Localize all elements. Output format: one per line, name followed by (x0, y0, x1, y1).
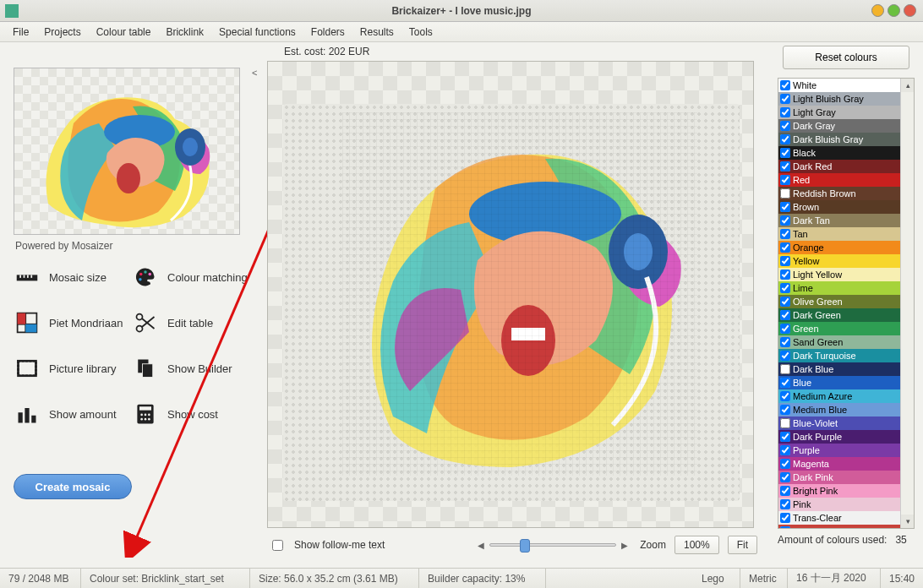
colour-checkbox[interactable] (780, 175, 790, 185)
colour-brown[interactable]: Brown (778, 200, 900, 214)
colour-medium-azure[interactable]: Medium Azure (778, 389, 900, 403)
colour-checkbox[interactable] (780, 351, 790, 361)
colour-black[interactable]: Black (778, 146, 900, 160)
menu-bricklink[interactable]: Bricklink (158, 24, 211, 41)
colour-checkbox[interactable] (780, 499, 790, 509)
colour-dark-turquoise[interactable]: Dark Turquoise (778, 349, 900, 362)
colour-checkbox[interactable] (780, 80, 790, 90)
colour-sand-green[interactable]: Sand Green (778, 335, 900, 349)
colour-checkbox[interactable] (780, 188, 790, 199)
colour-checkbox[interactable] (780, 121, 790, 131)
colour-checkbox[interactable] (780, 202, 790, 212)
colour-checkbox[interactable] (780, 215, 790, 226)
colour-light-bluish-gray[interactable]: Light Bluish Gray (778, 92, 900, 106)
colour-checkbox[interactable] (780, 148, 790, 158)
colour-purple[interactable]: Purple (778, 444, 900, 457)
colour-checkbox[interactable] (780, 513, 790, 523)
tool-show-builder[interactable]: Show Builder (132, 355, 250, 382)
colour-checkbox[interactable] (780, 445, 790, 455)
menu-tools[interactable]: Tools (401, 24, 440, 41)
zoom-slider[interactable]: ◀ ▶ (478, 541, 631, 550)
colour-checkbox[interactable] (780, 405, 790, 415)
colour-checkbox[interactable] (780, 472, 790, 482)
colour-checkbox[interactable] (780, 364, 790, 374)
colour-checkbox[interactable] (780, 107, 790, 117)
tool-edit-table[interactable]: Edit table (132, 309, 250, 336)
colour-checkbox[interactable] (780, 94, 790, 104)
colour-dark-bluish-gray[interactable]: Dark Bluish Gray (778, 133, 900, 146)
mosaic-canvas[interactable] (267, 61, 754, 528)
tool-show-cost[interactable]: Show cost (132, 400, 250, 427)
minimize-button[interactable] (871, 4, 884, 17)
menu-colour-table[interactable]: Colour table (89, 24, 159, 41)
colour-checkbox[interactable] (780, 134, 790, 144)
colour-checkbox[interactable] (780, 324, 790, 334)
colour-list[interactable]: WhiteLight Bluish GrayLight GrayDark Gra… (778, 78, 915, 529)
colour-checkbox[interactable] (780, 229, 790, 239)
colour-tan[interactable]: Tan (778, 227, 900, 241)
tool-mosaic-size[interactable]: Mosaic size (14, 264, 132, 291)
colour-list-scrollbar[interactable]: ▴ ▾ (900, 79, 914, 528)
colour-checkbox[interactable] (780, 270, 790, 280)
menu-file[interactable]: File (5, 24, 36, 41)
colour-light-gray[interactable]: Light Gray (778, 106, 900, 119)
tool-piet-mondriaan[interactable]: Piet Mondriaan (14, 309, 132, 336)
colour-checkbox[interactable] (780, 161, 790, 172)
colour-light-yellow[interactable]: Light Yellow (778, 268, 900, 281)
tool-picture-library[interactable]: Picture library (14, 355, 132, 382)
colour-blue-violet[interactable]: Blue-Violet (778, 416, 900, 430)
colour-checkbox[interactable] (780, 256, 790, 266)
maximize-button[interactable] (888, 4, 900, 17)
slider-left-arrow[interactable]: ◀ (478, 541, 484, 550)
menu-folders[interactable]: Folders (303, 24, 352, 41)
colour-checkbox[interactable] (780, 297, 790, 307)
colour-green[interactable]: Green (778, 322, 900, 335)
zoom-percent[interactable]: 100% (674, 536, 719, 554)
colour-checkbox[interactable] (780, 526, 790, 529)
scroll-up-arrow[interactable]: ▴ (901, 79, 915, 92)
slider-handle[interactable] (520, 539, 530, 553)
colour-dark-red[interactable]: Dark Red (778, 160, 900, 173)
colour-checkbox[interactable] (780, 310, 790, 320)
menu-projects[interactable]: Projects (36, 24, 88, 41)
colour-checkbox[interactable] (780, 459, 790, 469)
colour-checkbox[interactable] (780, 486, 790, 496)
colour-bright-pink[interactable]: Bright Pink (778, 484, 900, 498)
colour-checkbox[interactable] (780, 378, 790, 388)
colour-checkbox[interactable] (780, 418, 790, 428)
colour-orange[interactable]: Orange (778, 241, 900, 254)
scroll-down-arrow[interactable]: ▾ (901, 514, 915, 528)
colour-dark-tan[interactable]: Dark Tan (778, 214, 900, 227)
colour-dark-blue[interactable]: Dark Blue (778, 362, 900, 376)
follow-me-checkbox[interactable] (272, 540, 283, 551)
colour-checkbox[interactable] (780, 432, 790, 442)
colour-trans-red[interactable]: Trans-Red (778, 525, 900, 529)
colour-lime[interactable]: Lime (778, 281, 900, 295)
colour-checkbox[interactable] (780, 283, 790, 293)
colour-reddish-brown[interactable]: Reddish Brown (778, 187, 900, 200)
colour-blue[interactable]: Blue (778, 376, 900, 389)
tool-colour-matching[interactable]: Colour matching (132, 264, 250, 291)
close-button[interactable] (904, 4, 916, 17)
colour-yellow[interactable]: Yellow (778, 254, 900, 268)
colour-dark-gray[interactable]: Dark Gray (778, 119, 900, 133)
colour-red[interactable]: Red (778, 173, 900, 187)
reset-colours-button[interactable]: Reset colours (783, 46, 909, 69)
colour-trans-clear[interactable]: Trans-Clear (778, 511, 900, 525)
colour-dark-green[interactable]: Dark Green (778, 308, 900, 322)
slider-right-arrow[interactable]: ▶ (621, 541, 628, 550)
colour-dark-purple[interactable]: Dark Purple (778, 430, 900, 444)
menu-results[interactable]: Results (352, 24, 401, 41)
tool-show-amount[interactable]: Show amount (14, 400, 132, 427)
source-image-thumbnail[interactable] (14, 68, 240, 235)
colour-pink[interactable]: Pink (778, 498, 900, 511)
colour-checkbox[interactable] (780, 337, 790, 347)
menu-special-functions[interactable]: Special functions (211, 24, 303, 41)
colour-magenta[interactable]: Magenta (778, 457, 900, 471)
colour-checkbox[interactable] (780, 391, 790, 401)
create-mosaic-button[interactable]: Create mosaic (14, 474, 132, 499)
colour-medium-blue[interactable]: Medium Blue (778, 403, 900, 416)
fit-button[interactable]: Fit (728, 536, 757, 554)
colour-olive-green[interactable]: Olive Green (778, 295, 900, 308)
colour-dark-pink[interactable]: Dark Pink (778, 471, 900, 484)
